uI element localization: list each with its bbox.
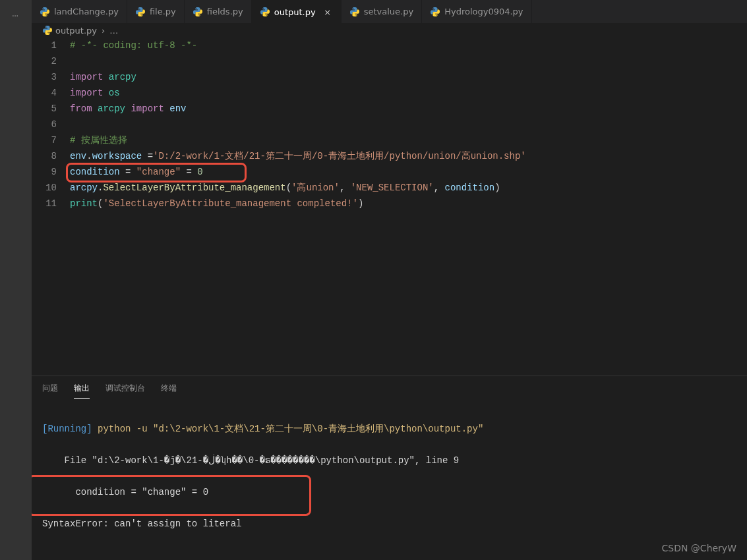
more-icon[interactable]: …: [0, 0, 32, 28]
breadcrumb[interactable]: output.py › …: [32, 23, 747, 38]
tab-hydrology[interactable]: Hydrology0904.py: [422, 0, 531, 23]
panel-tabs: 问题 输出 调试控制台 终端: [32, 376, 747, 399]
python-icon: [40, 7, 50, 17]
terminal-output[interactable]: [Running] python -u "d:\2-work\1-文档\21-第…: [32, 399, 747, 560]
code-content[interactable]: # -*- coding: utf-8 -*- import arcpy imp…: [70, 38, 747, 376]
line-number: 5: [32, 101, 57, 117]
line-number: 4: [32, 85, 57, 101]
tab-setvalue[interactable]: setvalue.py: [342, 0, 422, 23]
bottom-panel: 问题 输出 调试控制台 终端 [Running] python -u "d:\2…: [32, 376, 747, 560]
line-number: 3: [32, 69, 57, 85]
tab-label: output.py: [274, 7, 316, 17]
panel-tab-debug[interactable]: 调试控制台: [105, 383, 145, 399]
breadcrumb-symbol: …: [109, 26, 118, 36]
line-number: 1: [32, 38, 57, 53]
editor-tabs: landChange.py file.py fields.py output.p…: [32, 0, 747, 23]
main-area: landChange.py file.py fields.py output.p…: [32, 0, 747, 560]
code-editor[interactable]: 1 2 3 4 5 6 7 8 9 10 11 # -*- coding: ut…: [32, 38, 747, 376]
line-number: 6: [32, 117, 57, 132]
panel-tab-output[interactable]: 输出: [74, 383, 90, 399]
tab-output[interactable]: output.py ×: [252, 0, 342, 23]
tab-landchange[interactable]: landChange.py: [32, 0, 127, 23]
python-icon: [260, 7, 270, 17]
tab-fields[interactable]: fields.py: [185, 0, 252, 23]
line-numbers: 1 2 3 4 5 6 7 8 9 10 11: [32, 38, 70, 376]
tab-label: fields.py: [207, 7, 243, 16]
watermark: CSDN @CheryW: [661, 543, 736, 553]
python-icon: [349, 7, 360, 17]
python-icon: [42, 25, 53, 36]
tab-label: Hydrology0904.py: [444, 7, 523, 16]
close-icon[interactable]: ×: [322, 7, 333, 17]
python-icon: [135, 7, 146, 17]
panel-tab-problems[interactable]: 问题: [42, 383, 58, 399]
chevron-right-icon: ›: [102, 26, 105, 36]
breadcrumb-file: output.py: [55, 26, 97, 36]
line-number: 7: [32, 132, 57, 148]
line-number: 10: [32, 180, 57, 196]
line-number: 8: [32, 148, 57, 164]
tab-file[interactable]: file.py: [127, 0, 185, 23]
python-icon: [430, 7, 440, 17]
panel-tab-terminal[interactable]: 终端: [161, 383, 177, 399]
line-number: 11: [32, 196, 57, 211]
activity-bar: …: [0, 0, 32, 560]
line-number: 9: [32, 164, 57, 180]
tab-label: landChange.py: [54, 7, 119, 16]
tab-label: file.py: [150, 7, 176, 16]
line-number: 2: [32, 53, 57, 69]
tab-label: setvalue.py: [364, 7, 413, 16]
python-icon: [193, 7, 203, 17]
